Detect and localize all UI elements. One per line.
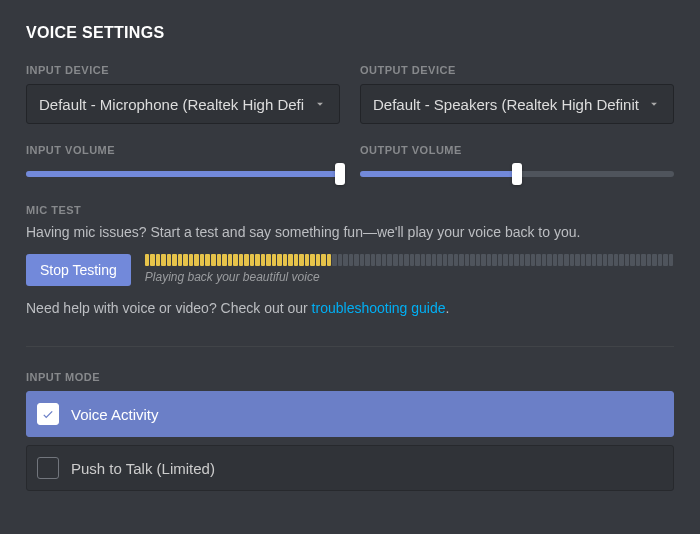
checkbox-checked-icon bbox=[37, 403, 59, 425]
help-suffix: . bbox=[446, 300, 450, 316]
output-volume-slider[interactable] bbox=[360, 164, 674, 184]
page-title: VOICE SETTINGS bbox=[26, 24, 674, 42]
help-prefix: Need help with voice or video? Check out… bbox=[26, 300, 312, 316]
input-volume-label: INPUT VOLUME bbox=[26, 144, 340, 156]
output-device-value: Default - Speakers (Realtek High Definit… bbox=[373, 96, 639, 113]
troubleshooting-link[interactable]: troubleshooting guide bbox=[312, 300, 446, 316]
input-volume-slider[interactable] bbox=[26, 164, 340, 184]
stop-testing-button[interactable]: Stop Testing bbox=[26, 254, 131, 286]
output-device-label: OUTPUT DEVICE bbox=[360, 64, 674, 76]
help-text: Need help with voice or video? Check out… bbox=[26, 300, 674, 316]
mic-test-description: Having mic issues? Start a test and say … bbox=[26, 224, 674, 240]
chevron-down-icon bbox=[313, 97, 327, 111]
input-device-label: INPUT DEVICE bbox=[26, 64, 340, 76]
chevron-down-icon bbox=[647, 97, 661, 111]
input-device-value: Default - Microphone (Realtek High Defin… bbox=[39, 96, 305, 113]
input-mode-push-to-talk[interactable]: Push to Talk (Limited) bbox=[26, 445, 674, 491]
divider bbox=[26, 346, 674, 347]
mic-playback-status: Playing back your beautiful voice bbox=[145, 270, 674, 284]
input-mode-voice-activity[interactable]: Voice Activity bbox=[26, 391, 674, 437]
mic-test-label: MIC TEST bbox=[26, 204, 674, 216]
checkbox-unchecked-icon bbox=[37, 457, 59, 479]
input-mode-option-label: Push to Talk (Limited) bbox=[71, 460, 215, 477]
input-device-select[interactable]: Default - Microphone (Realtek High Defin… bbox=[26, 84, 340, 124]
mic-level-meter bbox=[145, 254, 674, 266]
output-volume-label: OUTPUT VOLUME bbox=[360, 144, 674, 156]
output-device-select[interactable]: Default - Speakers (Realtek High Definit… bbox=[360, 84, 674, 124]
input-mode-option-label: Voice Activity bbox=[71, 406, 159, 423]
input-mode-label: INPUT MODE bbox=[26, 371, 674, 383]
